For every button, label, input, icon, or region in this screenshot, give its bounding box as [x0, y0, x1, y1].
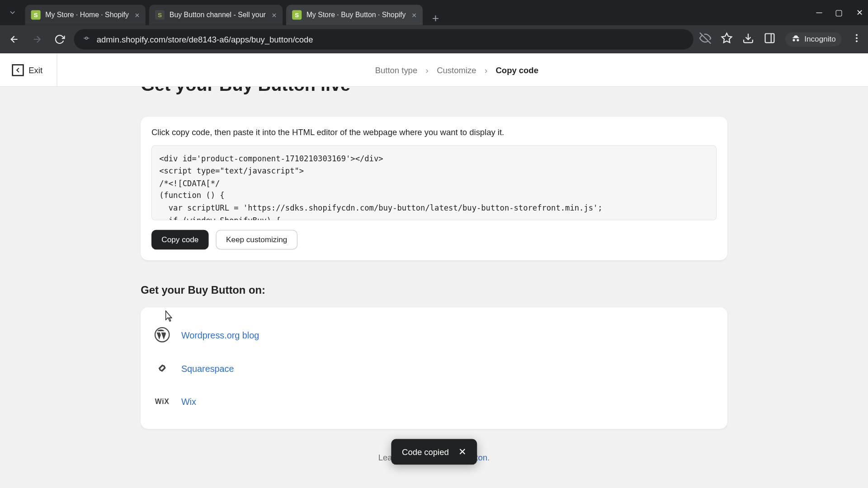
incognito-badge[interactable]: Incognito [785, 32, 842, 47]
platform-link[interactable]: Wix [181, 397, 196, 407]
copy-code-button[interactable]: Copy code [151, 230, 209, 250]
reload-button[interactable] [51, 31, 68, 47]
browser-titlebar: S My Store · Home · Shopify × S Buy Butt… [0, 0, 868, 25]
download-icon[interactable] [742, 32, 754, 47]
toast-notification: Code copied ✕ [391, 439, 476, 465]
close-window-icon[interactable]: ✕ [856, 8, 863, 17]
instruction-text: Click copy code, then paste it into the … [151, 127, 717, 137]
svg-point-2 [85, 37, 88, 39]
platform-item: Squarespace [151, 352, 717, 385]
eye-off-icon[interactable] [699, 32, 711, 47]
window-controls: ─ ▢ ✕ [816, 0, 863, 25]
svg-point-11 [856, 37, 858, 39]
browser-tab[interactable]: S My Store · Home · Shopify × [25, 5, 146, 25]
main-content: Get your Buy Button live Click copy code… [129, 75, 739, 488]
new-tab-button[interactable]: + [426, 11, 445, 25]
address-bar[interactable]: admin.shopify.com/store/de8143-a6/apps/b… [74, 29, 693, 49]
close-icon[interactable]: × [272, 10, 277, 19]
code-card: Click copy code, then paste it into the … [141, 117, 727, 260]
breadcrumb-step[interactable]: Button type [375, 65, 417, 75]
chevron-right-icon: › [485, 65, 487, 75]
platforms-card: Wordpress.org blog Squarespace WiX Wix [141, 307, 727, 429]
maximize-icon[interactable]: ▢ [835, 8, 843, 17]
close-icon[interactable]: × [412, 10, 417, 19]
svg-rect-8 [765, 33, 774, 42]
close-icon[interactable]: ✕ [458, 446, 466, 458]
page-viewport: Exit Button type › Customize › Copy code… [0, 54, 868, 488]
back-button[interactable] [6, 31, 23, 47]
exit-icon [12, 64, 24, 76]
svg-point-10 [856, 34, 858, 36]
wordpress-icon [154, 327, 170, 343]
squarespace-icon [154, 360, 170, 376]
menu-icon[interactable] [851, 33, 862, 46]
breadcrumb: Button type › Customize › Copy code [57, 65, 856, 75]
tab-title: My Store · Home · Shopify [45, 11, 129, 19]
breadcrumb-step[interactable]: Customize [437, 65, 476, 75]
toast-message: Code copied [402, 447, 449, 457]
exit-label: Exit [28, 65, 42, 75]
toolbar-actions: Incognito [699, 32, 862, 47]
wix-icon: WiX [154, 393, 170, 410]
browser-tab[interactable]: S Buy Button channel - Sell your × [149, 5, 283, 25]
platform-link[interactable]: Wordpress.org blog [181, 330, 259, 340]
shopify-favicon-icon: S [292, 10, 302, 19]
incognito-label: Incognito [804, 34, 836, 43]
tab-title: Buy Button channel - Sell your [170, 11, 266, 19]
site-info-icon[interactable] [82, 34, 90, 44]
close-icon[interactable]: × [135, 10, 140, 19]
bookmark-icon[interactable] [721, 32, 733, 47]
app-header: Exit Button type › Customize › Copy code [0, 54, 868, 87]
url-text: admin.shopify.com/store/de8143-a6/apps/b… [97, 34, 685, 44]
minimize-icon[interactable]: ─ [816, 8, 822, 17]
platform-item: Wordpress.org blog [151, 318, 717, 352]
svg-point-12 [856, 40, 858, 42]
platforms-heading: Get your Buy Button on: [141, 284, 727, 297]
exit-button[interactable]: Exit [12, 54, 57, 87]
side-panel-icon[interactable] [764, 32, 776, 47]
platform-item: WiX Wix [151, 385, 717, 418]
tab-title: My Store · Buy Button · Shopify [307, 11, 406, 19]
code-textarea[interactable]: <div id='product-component-1710210303169… [151, 145, 717, 221]
button-row: Copy code Keep customizing [151, 230, 717, 250]
tab-strip: S My Store · Home · Shopify × S Buy Butt… [25, 0, 445, 25]
browser-toolbar: admin.shopify.com/store/de8143-a6/apps/b… [0, 25, 868, 53]
svg-marker-6 [722, 33, 732, 42]
breadcrumb-step-active: Copy code [496, 65, 538, 75]
keep-customizing-button[interactable]: Keep customizing [216, 230, 297, 250]
tab-search-icon[interactable] [6, 6, 19, 19]
chevron-right-icon: › [426, 65, 429, 75]
shopify-favicon-icon: S [155, 10, 165, 19]
platform-link[interactable]: Squarespace [181, 363, 234, 373]
browser-tab-active[interactable]: S My Store · Buy Button · Shopify × [286, 5, 423, 25]
shopify-favicon-icon: S [31, 10, 41, 19]
forward-button[interactable] [28, 31, 45, 47]
